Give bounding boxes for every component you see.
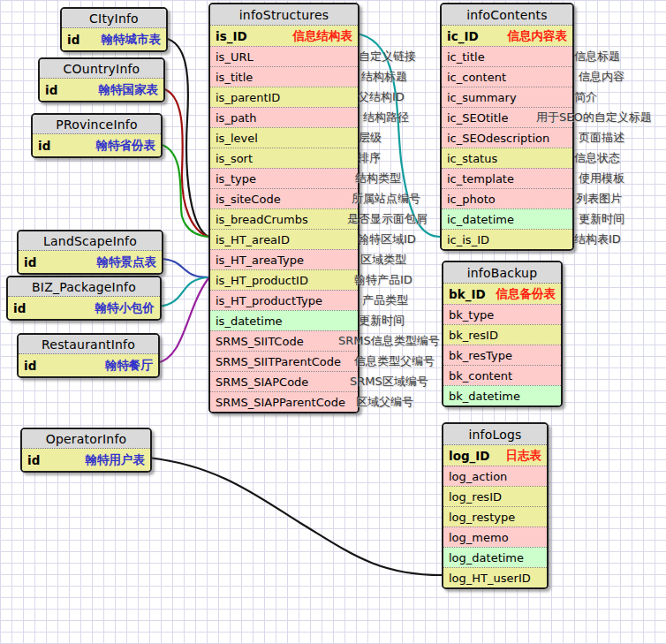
field-name: ic_title	[447, 50, 485, 64]
field-row-ic_is_ID[interactable]: ic_is_ID结构表ID	[442, 229, 572, 249]
field-name: is_breadCrumbs	[216, 213, 308, 226]
field-row-bk_resType[interactable]: bk_resType	[443, 345, 561, 365]
field-name: log_action	[449, 470, 507, 483]
field-name: bk_content	[449, 369, 512, 383]
field-name: ic_datetime	[447, 213, 514, 226]
field-row-is_HT_areaType[interactable]: is_HT_areaType区域类型	[210, 249, 358, 269]
field-comment: 结构表ID	[574, 231, 621, 247]
field-comment: 页面描述	[579, 130, 624, 146]
field-name: is_HT_areaType	[216, 254, 304, 267]
field-row-bk_resID[interactable]: bk_resID	[443, 324, 561, 345]
field-row-is_HT_productType[interactable]: is_HT_productType产品类型	[210, 290, 358, 310]
field-note: 信息结构表	[288, 28, 353, 44]
field-row-ic_ID[interactable]: ic_ID信息内容表	[442, 26, 572, 46]
connection-countryinfo-infostructures[interactable]	[162, 88, 208, 237]
field-row-log_HT_userID[interactable]: log_HT_userID	[443, 567, 547, 587]
table-infoStructures[interactable]: infoStructuresis_ID信息结构表is_URL自定义链接is_ti…	[208, 3, 359, 413]
table-LandScapeInfo[interactable]: LandScapeInfoid翰特景点表	[17, 230, 163, 275]
table-BIZ_PackageInfo[interactable]: BIZ_PackageInfoid翰特小包价	[6, 276, 162, 321]
field-row-is_path[interactable]: is_path结构路径	[210, 107, 358, 127]
field-row-bk_content[interactable]: bk_content	[443, 365, 561, 385]
table-CItyInfo[interactable]: CItyInfoid翰特城市表	[60, 7, 168, 52]
field-row-ic_content[interactable]: ic_content信息内容	[442, 66, 572, 87]
field-comment: 更新时间	[579, 211, 624, 227]
field-comment: 结构路径	[363, 110, 409, 125]
field-row-is_type[interactable]: is_type结构类型	[210, 168, 358, 188]
table-RestaurantInfo[interactable]: RestaurantInfoid翰特餐厅	[17, 333, 160, 378]
field-row-log_action[interactable]: log_action	[443, 466, 547, 486]
field-comment: 产品类型	[362, 292, 408, 308]
field-row-is_parentID[interactable]: is_parentID父结构ID	[210, 87, 358, 107]
field-name: is_level	[216, 132, 258, 145]
table-COuntryInfo[interactable]: COuntryInfoid翰特国家表	[38, 57, 165, 102]
field-row-is_HT_productID[interactable]: is_HT_productID翰特产品ID	[210, 269, 358, 290]
field-row-is_datetime[interactable]: is_datetime更新时间	[210, 310, 358, 330]
field-name: SRMS_SIITParentCode	[216, 355, 341, 368]
field-row-bk_ID[interactable]: bk_ID信息备份表	[443, 284, 561, 304]
field-comment: 信息标题	[574, 49, 620, 64]
field-name: SRMS_SIAPParentCode	[216, 396, 345, 409]
field-row-ic_title[interactable]: ic_title信息标题	[442, 46, 572, 66]
field-row-is_breadCrumbs[interactable]: is_breadCrumbs是否显示面包屑	[210, 208, 358, 229]
field-name: ic_content	[447, 71, 506, 84]
field-row-ic_datetime[interactable]: ic_datetime更新时间	[442, 208, 572, 229]
field-name: is_parentID	[216, 91, 280, 104]
field-note: 日志表	[501, 448, 542, 464]
field-name: ic_SEOdescription	[447, 132, 549, 145]
field-row-log_resID[interactable]: log_resID	[443, 486, 547, 506]
field-row-is_title[interactable]: is_title结构标题	[210, 66, 358, 87]
field-comment: 信息内容	[579, 69, 624, 85]
field-row-is_ID[interactable]: is_ID信息结构表	[210, 26, 358, 46]
table-infoBackup[interactable]: infoBackupbk_ID信息备份表bk_typebk_resIDbk_re…	[442, 261, 563, 407]
field-comment: 是否显示面包屑	[347, 211, 428, 227]
field-row-id[interactable]: id翰特景点表	[19, 251, 162, 273]
field-name: is_title	[216, 71, 253, 84]
field-row-ic_SEOtitle[interactable]: ic_SEOtitle用于SEO的自定义标题	[442, 107, 572, 127]
field-row-ic_SEOdescription[interactable]: ic_SEOdescription页面描述	[442, 127, 572, 148]
field-comment: 排序	[358, 150, 381, 166]
connection-landscapeinfo-infostructures[interactable]	[160, 259, 208, 277]
table-OperatorInfo[interactable]: OperatorInfoid翰特用户表	[20, 428, 152, 473]
field-row-id[interactable]: id翰特餐厅	[19, 354, 158, 376]
field-row-ic_summary[interactable]: ic_summary简介	[442, 87, 572, 107]
field-row-SRMS_SIITCode[interactable]: SRMS_SIITCodeSRMS信息类型编号	[210, 330, 358, 351]
connection-operatorinfo-infologs[interactable]	[148, 458, 442, 575]
field-comment: 使用模板	[579, 170, 624, 186]
field-name: is_type	[216, 172, 256, 186]
field-row-SRMS_SIAPCode[interactable]: SRMS_SIAPCodeSRMS区域编号	[210, 371, 358, 391]
field-row-SRMS_SIAPParentCode[interactable]: SRMS_SIAPParentCode区域父编号	[210, 391, 358, 412]
table-title: CItyInfo	[62, 9, 166, 28]
field-note: 翰特省份表	[91, 138, 156, 154]
field-name: SRMS_SIITCode	[216, 335, 304, 348]
table-infoLogs[interactable]: infoLogslog_ID日志表log_actionlog_resIDlog_…	[442, 422, 549, 589]
field-row-id[interactable]: id翰特用户表	[22, 449, 150, 471]
field-row-ic_photo[interactable]: ic_photo列表图片	[442, 188, 572, 208]
field-row-is_siteCode[interactable]: is_siteCode所属站点编号	[210, 188, 358, 208]
field-row-is_URL[interactable]: is_URL自定义链接	[210, 46, 358, 66]
field-row-log_ID[interactable]: log_ID日志表	[443, 445, 547, 466]
field-row-log_memo[interactable]: log_memo	[443, 527, 547, 547]
field-row-bk_type[interactable]: bk_type	[443, 304, 561, 324]
connection-provinceinfo-infostructures[interactable]	[159, 144, 208, 237]
table-title: RestaurantInfo	[19, 335, 158, 354]
field-row-ic_template[interactable]: ic_template使用模板	[442, 168, 572, 188]
field-row-ic_status[interactable]: ic_status信息状态	[442, 148, 572, 168]
field-row-SRMS_SIITParentCode[interactable]: SRMS_SIITParentCode信息类型父编号	[210, 351, 358, 371]
field-row-is_level[interactable]: is_level层级	[210, 127, 358, 148]
field-row-log_restype[interactable]: log_restype	[443, 506, 547, 527]
table-infoContents[interactable]: infoContentsic_ID信息内容表ic_title信息标题ic_con…	[440, 3, 574, 251]
field-row-id[interactable]: id翰特小包价	[8, 297, 160, 319]
field-row-id[interactable]: id翰特城市表	[62, 28, 166, 50]
table-PRovinceInfo[interactable]: PRovinceInfoid翰特省份表	[31, 113, 163, 158]
table-title: infoContents	[442, 4, 572, 26]
table-title: BIZ_PackageInfo	[8, 277, 160, 297]
field-row-log_datetime[interactable]: log_datetime	[443, 547, 547, 567]
field-row-bk_datetime[interactable]: bk_datetime	[443, 385, 561, 405]
field-row-is_HT_areaID[interactable]: is_HT_areaID翰特区域ID	[210, 229, 358, 249]
field-row-id[interactable]: id翰特国家表	[40, 79, 163, 101]
field-name: is_ID	[216, 29, 247, 43]
field-name: is_sort	[216, 152, 253, 165]
field-name: is_datetime	[216, 314, 283, 328]
field-row-is_sort[interactable]: is_sort排序	[210, 148, 358, 168]
field-row-id[interactable]: id翰特省份表	[33, 134, 161, 156]
